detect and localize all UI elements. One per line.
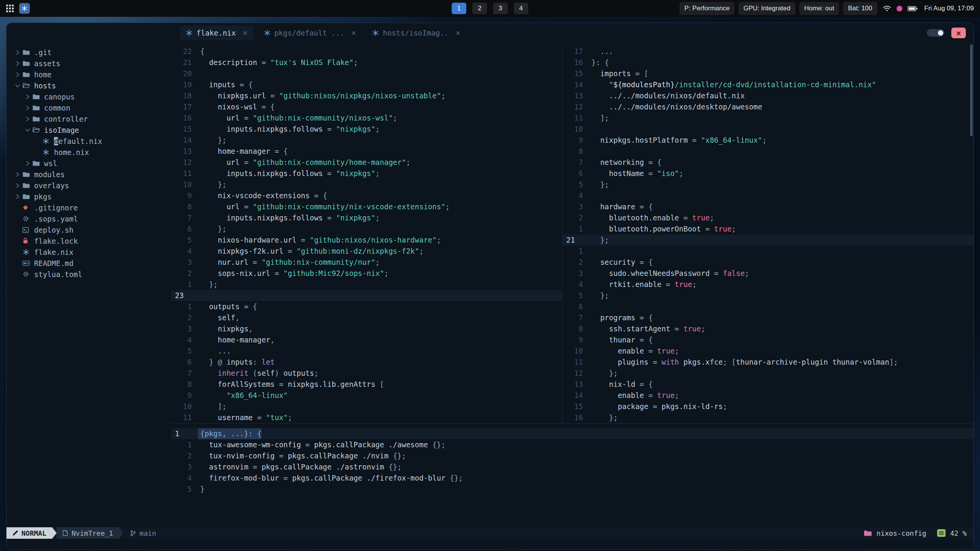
code-text: inputs = { bbox=[198, 79, 253, 90]
line-number: 9 bbox=[171, 390, 198, 401]
workspace-button-3[interactable]: 3 bbox=[493, 3, 508, 14]
code-line: 16 url = "github:nix-community/nixos-wsl… bbox=[171, 112, 562, 124]
command-line[interactable] bbox=[7, 539, 973, 549]
line-number: 12 bbox=[562, 368, 589, 379]
code-text: tux-awesome-wm-config = pkgs.callPackage… bbox=[198, 439, 446, 450]
tree-item-readme-md[interactable]: README.md bbox=[7, 258, 171, 269]
code-text bbox=[198, 68, 200, 79]
workspace-button-1[interactable]: 1 bbox=[452, 3, 466, 14]
right-pane-scrollbar[interactable] bbox=[970, 44, 973, 136]
tab-hosts-isoimag[interactable]: hosts/isoImag..× bbox=[366, 26, 466, 40]
code-line: 5 nixos-hardware.url = "github:nixos/nix… bbox=[171, 235, 562, 246]
status-pills: P: PerformanceGPU: IntegratedHome: outBa… bbox=[679, 2, 877, 15]
ontop-toggle-button[interactable] bbox=[927, 29, 944, 37]
line-number: 13 bbox=[562, 90, 589, 101]
tree-item-canopus[interactable]: canopus bbox=[7, 91, 171, 102]
line-number: 18 bbox=[171, 90, 198, 101]
code-text: "x86_64-linux" bbox=[198, 390, 288, 401]
git-branch: main bbox=[130, 527, 156, 539]
line-number: 6 bbox=[562, 168, 589, 179]
tree-item-modules[interactable]: modules bbox=[7, 169, 171, 180]
code-text: security = { bbox=[589, 257, 653, 268]
chevron-right-icon bbox=[23, 94, 33, 99]
shell-icon bbox=[23, 227, 34, 233]
code-text: {pkgs, ...}: { bbox=[198, 428, 261, 439]
tree-item-overlays[interactable]: overlays bbox=[7, 180, 171, 191]
line-number: 3 bbox=[171, 257, 198, 268]
tree-item-label: hosts bbox=[34, 82, 56, 90]
code-text: rtkit.enable = true; bbox=[589, 279, 697, 290]
code-line: 13 ../../modules/nixos/default.nix bbox=[562, 90, 973, 101]
window-close-button[interactable]: × bbox=[951, 28, 966, 38]
tree-item-stylua-toml[interactable]: stylua.toml bbox=[7, 269, 171, 280]
tree-item-label: overlays bbox=[34, 181, 69, 190]
launcher-icon[interactable] bbox=[6, 5, 14, 12]
code-text: ../../modules/nixos/desktop/awesome bbox=[589, 101, 762, 112]
tree-item-hosts[interactable]: hosts bbox=[7, 80, 171, 91]
editor-left[interactable]: 22{21 description = "tux's NixOS Flake";… bbox=[171, 43, 562, 423]
tree-item-pkgs[interactable]: pkgs bbox=[7, 191, 171, 202]
editor-bottom[interactable]: 1{pkgs, ...}: {1 tux-awesome-wm-config =… bbox=[171, 423, 973, 527]
code-text: nixpkgs-f2k.url = "github:moni-dz/nixpkg… bbox=[198, 246, 423, 257]
code-line: 11 username = "tux"; bbox=[171, 412, 562, 423]
code-text: forAllSystems = nixpkgs.lib.genAttrs [ bbox=[198, 379, 384, 390]
clock: Fri Aug 09, 17:09 bbox=[924, 5, 974, 12]
code-line: 7 inputs.nixpkgs.follows = "nixpkgs"; bbox=[171, 212, 562, 223]
tree-item-wsl[interactable]: wsl bbox=[7, 158, 171, 169]
markdown-icon bbox=[23, 261, 34, 266]
tab-pkgs-default[interactable]: pkgs/default ...× bbox=[258, 26, 363, 40]
editor-right[interactable]: 17 ...16}: {15 imports = [14 "${modulesP… bbox=[562, 43, 973, 423]
tree-item-git[interactable]: .git bbox=[7, 47, 171, 58]
tab-close-icon[interactable]: × bbox=[456, 28, 461, 37]
nix-logo-icon[interactable] bbox=[19, 3, 30, 14]
code-text: nixpkgs, bbox=[198, 323, 253, 334]
code-text: }; bbox=[198, 223, 227, 235]
line-number: 1 bbox=[171, 301, 198, 312]
line-number: 9 bbox=[562, 334, 589, 346]
tree-item-home-nix[interactable]: home.nix bbox=[7, 147, 171, 158]
tree-item-sops-yaml[interactable]: .sops.yaml bbox=[7, 213, 171, 224]
code-text: }; bbox=[589, 412, 618, 423]
code-line: 5 }; bbox=[562, 179, 973, 190]
code-line: 3 nixpkgs, bbox=[171, 323, 562, 334]
code-text: astronvim = pkgs.callPackage ./astronvim… bbox=[198, 461, 402, 473]
code-line: 10 ]; bbox=[171, 401, 562, 412]
code-text: hostName = "iso"; bbox=[589, 168, 683, 179]
folder-icon bbox=[23, 183, 34, 189]
tab-close-icon[interactable]: × bbox=[351, 28, 356, 37]
code-text: inherit (self) outputs; bbox=[198, 368, 318, 379]
code-line: 15 imports = [ bbox=[562, 68, 973, 79]
tree-item-flake-lock[interactable]: flake.lock bbox=[7, 235, 171, 246]
tree-item-default-nix[interactable]: default.nix bbox=[7, 135, 171, 147]
workspace-button-2[interactable]: 2 bbox=[472, 3, 487, 14]
tab-flake-nix[interactable]: flake.nix× bbox=[180, 26, 254, 40]
tree-item-deploy-sh[interactable]: deploy.sh bbox=[7, 224, 171, 235]
tree-item-label: .gitignore bbox=[34, 204, 78, 212]
tree-item-assets[interactable]: assets bbox=[7, 58, 171, 69]
code-line: 2 self, bbox=[171, 312, 562, 323]
powerline-separator bbox=[52, 527, 57, 539]
tab-close-icon[interactable]: × bbox=[243, 28, 248, 37]
powerline-separator bbox=[119, 527, 123, 539]
file-tree[interactable]: .gitassetshomehostscanopuscommoncontroll… bbox=[7, 43, 171, 527]
line-number: 14 bbox=[171, 135, 198, 146]
tree-item-isoimage[interactable]: isoImage bbox=[7, 124, 171, 135]
tree-item-label: wsl bbox=[44, 159, 57, 168]
git-branch-label: main bbox=[139, 529, 156, 537]
code-text: package = pkgs.nix-ld-rs; bbox=[589, 401, 727, 412]
line-number: 1 bbox=[171, 439, 198, 450]
tree-item-controller[interactable]: controller bbox=[7, 113, 171, 124]
code-text: ]; bbox=[589, 112, 609, 124]
line-number: 8 bbox=[171, 201, 198, 212]
line-number: 19 bbox=[171, 79, 198, 90]
line-number: 11 bbox=[171, 168, 198, 179]
indicator-dot-icon bbox=[897, 6, 902, 11]
line-number: 14 bbox=[562, 79, 589, 90]
tree-item-flake-nix[interactable]: flake.nix bbox=[7, 246, 171, 258]
tree-item-gitignore[interactable]: .gitignore bbox=[7, 202, 171, 213]
tree-item-home[interactable]: home bbox=[7, 69, 171, 80]
tree-item-common[interactable]: common bbox=[7, 102, 171, 113]
workspace-button-4[interactable]: 4 bbox=[514, 3, 528, 14]
line-number: 10 bbox=[171, 401, 198, 412]
code-text: home-manager = { bbox=[198, 146, 288, 157]
